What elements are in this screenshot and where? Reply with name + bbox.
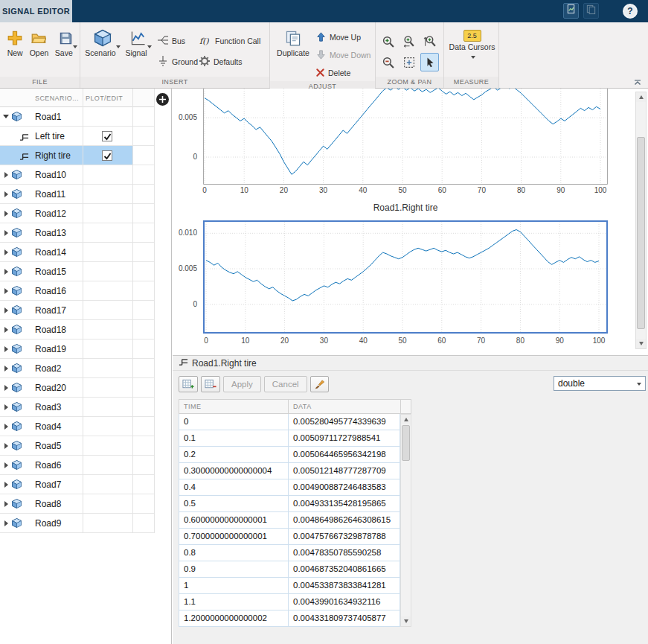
data-cell[interactable]: 0.00509711727988541 [288,430,400,447]
column-header-scenario[interactable]: SCENARIO... [35,95,79,102]
expand-icon[interactable] [4,288,8,294]
new-button[interactable]: New [3,25,27,57]
data-cell[interactable]: 0.004687352040861665 [288,561,400,578]
delete-row-button[interactable] [201,376,220,392]
time-cell[interactable]: 0.2 [179,447,288,463]
data-cell[interactable]: 0.005064465956342198 [288,447,400,463]
help-button[interactable]: ? [623,4,638,19]
cancel-button[interactable]: Cancel [264,376,307,392]
collapse-toolstrip-button[interactable] [632,77,644,86]
time-cell[interactable]: 0.4 [179,479,288,496]
zoom-in-button[interactable] [379,32,397,51]
time-cell[interactable]: 0 [179,414,288,430]
expand-icon[interactable] [4,172,8,178]
insert-row-button[interactable] [179,376,198,392]
tab-signal-editor[interactable]: SIGNAL EDITOR [0,0,72,22]
expand-icon[interactable] [4,462,8,468]
scrollbar-thumb[interactable] [402,425,410,461]
scrollbar-thumb[interactable] [637,137,645,329]
tree-row[interactable]: Road17 [0,301,155,320]
time-cell[interactable]: 0.7000000000000001 [179,529,288,545]
data-cell[interactable]: 0.0048649862646308615 [288,512,400,529]
expand-icon[interactable] [4,211,8,217]
function-call-button[interactable]: f() Function Call [196,33,265,49]
plot-edit-checkbox[interactable] [102,131,112,141]
data-cell[interactable]: 0.004900887246483583 [288,479,400,496]
open-button[interactable]: Open [27,25,51,57]
time-cell[interactable]: 1.1 [179,594,288,610]
expand-icon[interactable] [4,482,8,488]
plot-edit-checkbox[interactable] [102,150,112,161]
tree-row[interactable]: Road20 [0,378,155,398]
copy-figure-button[interactable] [563,3,579,19]
data-cell[interactable]: 0.004331809737405877 [288,610,400,627]
tree-row[interactable]: Road19 [0,339,155,359]
data-cursors-button[interactable]: 2.5 Data Cursors [449,25,496,60]
zoom-out-button[interactable] [379,53,397,71]
move-up-button[interactable]: Move Up [313,29,370,45]
time-cell[interactable]: 0.8 [179,545,288,561]
tree-row[interactable]: Road2 [0,359,155,378]
copy-button[interactable] [583,3,599,19]
top-plot-canvas[interactable] [203,89,608,185]
table-scrollbar[interactable] [400,414,411,627]
tree-row[interactable]: Road10 [0,165,155,185]
data-cell[interactable]: 0.004533873833841281 [288,578,400,594]
duplicate-button[interactable]: Duplicate [273,25,313,57]
time-cell[interactable]: 0.9 [179,561,288,578]
delete-button[interactable]: Delete [313,65,370,81]
expand-icon[interactable] [4,307,8,313]
expand-icon[interactable] [4,520,8,526]
tree-row[interactable]: Road11 [0,185,155,204]
time-cell[interactable]: 0.5 [179,496,288,512]
column-header-time[interactable]: TIME [179,399,288,414]
expand-icon[interactable] [4,269,8,275]
time-cell[interactable]: 1.2000000000000002 [179,610,288,627]
brush-button[interactable] [310,376,329,392]
scroll-up-arrow[interactable] [636,92,646,102]
add-scenario-button[interactable] [156,93,169,106]
tree-row[interactable]: Road12 [0,204,155,223]
column-header-data[interactable]: DATA [288,399,400,414]
tree-row[interactable]: Road8 [0,494,155,514]
apply-button[interactable]: Apply [223,376,261,392]
save-button[interactable]: Save [54,25,78,57]
tree-row[interactable]: Road4 [0,417,155,436]
tree-row[interactable]: Road1 [0,107,155,127]
plot-scrollbar[interactable] [635,92,647,349]
tree-row[interactable]: Road15 [0,262,155,281]
expand-icon[interactable] [4,346,8,352]
column-header-plot-edit[interactable]: PLOT/EDIT [86,95,123,102]
signal-button[interactable]: Signal [122,25,155,57]
scenario-button[interactable]: Scenario [83,25,122,57]
selected-plot-frame[interactable] [203,220,608,334]
expand-icon[interactable] [4,385,8,391]
defaults-button[interactable]: Defaults [196,54,265,70]
tree-row[interactable]: Road16 [0,281,155,301]
data-cell[interactable]: 0.005280495774339639 [288,414,400,430]
expand-icon[interactable] [4,366,8,372]
collapse-icon[interactable] [3,115,9,118]
tree-row[interactable]: Road13 [0,223,155,243]
expand-icon[interactable] [4,249,8,255]
scroll-up-arrow[interactable] [401,415,411,424]
move-down-button[interactable]: Move Down [313,47,370,63]
time-cell[interactable]: 0.1 [179,430,288,447]
tree-row[interactable]: Road3 [0,398,155,417]
expand-icon[interactable] [4,443,8,449]
time-cell[interactable]: 0.30000000000000004 [179,463,288,479]
bottom-plot-canvas[interactable] [205,222,606,332]
data-cell[interactable]: 0.004757667329878788 [288,529,400,545]
pointer-mode-button[interactable] [420,53,439,71]
tree-row[interactable]: Right tire [0,146,155,165]
tree-row[interactable]: Road14 [0,243,155,262]
expand-icon[interactable] [4,424,8,430]
tree-row[interactable]: Left tire [0,127,155,146]
expand-icon[interactable] [4,501,8,507]
fit-to-view-button[interactable] [400,53,418,71]
bus-button[interactable]: Bus [155,33,196,49]
ground-button[interactable]: Ground [155,54,196,70]
tree-row[interactable]: Road6 [0,456,155,475]
time-cell[interactable]: 1 [179,578,288,594]
data-cell[interactable]: 0.00439901634932116 [288,594,400,610]
